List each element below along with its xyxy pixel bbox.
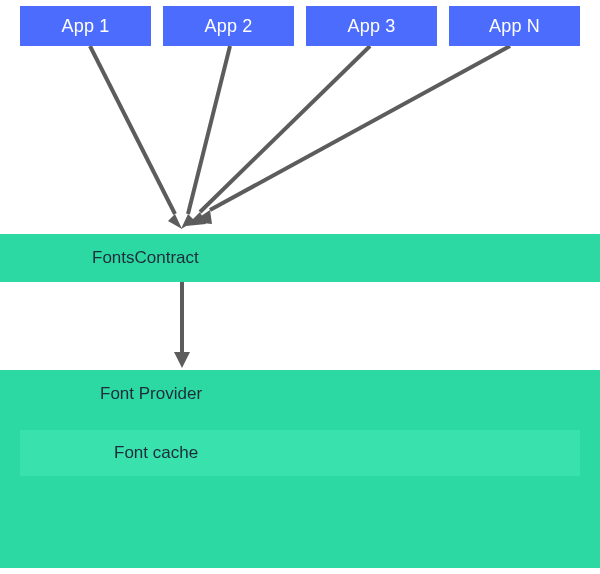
fonts-contract-bar: FontsContract bbox=[0, 234, 600, 282]
font-cache-bar: Font cache bbox=[20, 430, 580, 476]
app-box-3: App 3 bbox=[306, 6, 437, 46]
app-label: App 2 bbox=[204, 16, 252, 37]
svg-marker-1 bbox=[168, 214, 182, 229]
svg-line-0 bbox=[90, 46, 175, 214]
font-provider-label: Font Provider bbox=[0, 384, 202, 404]
fonts-contract-label: FontsContract bbox=[0, 248, 199, 268]
app-box-2: App 2 bbox=[163, 6, 294, 46]
arrows-top bbox=[0, 46, 600, 234]
app-label: App 3 bbox=[347, 16, 395, 37]
svg-marker-9 bbox=[174, 352, 190, 368]
app-box-1: App 1 bbox=[20, 6, 151, 46]
diagram-root: App 1 App 2 App 3 App N FontsContract bbox=[0, 0, 600, 574]
font-cache-label: Font cache bbox=[20, 443, 198, 463]
arrow-mid bbox=[0, 282, 600, 370]
app-row: App 1 App 2 App 3 App N bbox=[20, 6, 580, 46]
app-label: App 1 bbox=[61, 16, 109, 37]
font-provider-bar: Font Provider bbox=[0, 370, 600, 418]
app-box-n: App N bbox=[449, 6, 580, 46]
svg-line-6 bbox=[210, 46, 510, 210]
app-label: App N bbox=[489, 16, 540, 37]
